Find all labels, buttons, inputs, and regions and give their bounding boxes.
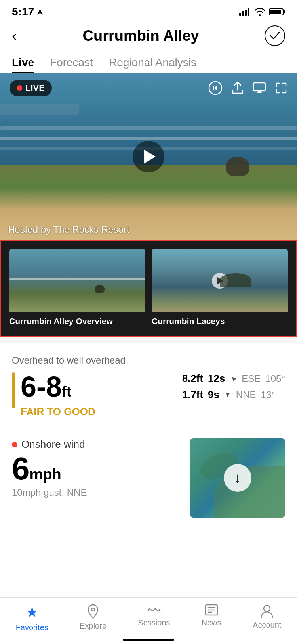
- wind-speed-value: 6: [12, 453, 30, 485]
- secondary-wave-period: 9s: [208, 389, 219, 401]
- bottom-nav: ★ Favorites Explore Sessions News: [0, 597, 297, 644]
- time-display: 5:17: [12, 6, 34, 18]
- nav-item-account[interactable]: Account: [253, 604, 281, 632]
- svg-rect-5: [284, 10, 285, 13]
- secondary-wave-arrow: ▼: [224, 391, 231, 399]
- wind-gust-label: 10mph gust, NNE: [12, 487, 87, 498]
- nav-item-news[interactable]: News: [202, 604, 221, 632]
- status-time: 5:17: [12, 6, 44, 18]
- svg-point-10: [91, 608, 95, 611]
- wind-info: Onshore wind 6 mph 10mph gust, NNE: [12, 438, 87, 498]
- nav-label-sessions: Sessions: [138, 618, 170, 627]
- svg-rect-6: [270, 10, 281, 14]
- wind-header: Onshore wind: [12, 438, 87, 450]
- wave-size-container: 6-8 ft FAIR TO GOOD: [12, 372, 95, 418]
- sessions-icon: [147, 604, 161, 616]
- news-icon: [205, 604, 218, 616]
- nav-label-account: Account: [253, 621, 281, 630]
- play-triangle: [144, 150, 156, 164]
- thumb-rock-1: [95, 285, 105, 293]
- wind-speed-row: 6 mph: [12, 453, 87, 485]
- onshore-dot: [12, 442, 17, 447]
- conditions-main: 6-8 ft FAIR TO GOOD 8.2ft 12s ▼ ESE 105°…: [12, 372, 285, 418]
- wave-details: 8.2ft 12s ▼ ESE 105° 1.7ft 9s ▼ NNE 13°: [182, 372, 285, 401]
- bottom-spacer: [0, 529, 297, 577]
- tabs-bar: Live Forecast Regional Analysis: [0, 52, 297, 73]
- wifi-icon: [254, 8, 265, 16]
- camera-thumb-2[interactable]: Currumbin Laceys: [152, 249, 288, 328]
- svg-point-17: [264, 605, 270, 611]
- wind-section: Onshore wind 6 mph 10mph gust, NNE ↓: [0, 430, 297, 529]
- favorites-star-icon: ★: [26, 604, 38, 621]
- nav-label-favorites: Favorites: [16, 623, 48, 632]
- cityscape-silhouette: [0, 104, 79, 115]
- secondary-wave-direction: NNE: [236, 389, 256, 401]
- svg-rect-2: [245, 10, 247, 16]
- video-player[interactable]: LIVE: [0, 73, 297, 240]
- wave-height-row: 6-8 ft: [21, 372, 95, 403]
- header: ‹ Currumbin Alley: [0, 21, 297, 52]
- tab-regional-analysis[interactable]: Regional Analysis: [109, 52, 196, 73]
- battery-icon: [269, 8, 285, 16]
- svg-point-12: [158, 609, 160, 611]
- rewind-icon[interactable]: [208, 81, 223, 95]
- airplay-icon[interactable]: [253, 82, 266, 94]
- status-icons: [239, 8, 285, 16]
- status-bar: 5:17: [0, 0, 297, 21]
- camera-thumb-1[interactable]: Currumbin Alley Overview: [9, 249, 145, 328]
- secondary-wave-height: 1.7ft: [182, 389, 203, 401]
- play-button[interactable]: [133, 141, 164, 172]
- wind-type-label: Onshore wind: [21, 438, 85, 450]
- video-overlay-top: LIVE: [0, 73, 297, 103]
- nav-label-explore: Explore: [80, 621, 107, 631]
- page-title: Currumbin Alley: [83, 27, 199, 44]
- nav-label-news: News: [202, 618, 221, 627]
- wind-speed-unit: mph: [30, 466, 61, 483]
- home-indicator: [123, 639, 174, 641]
- nav-item-explore[interactable]: Explore: [80, 604, 107, 632]
- back-button[interactable]: ‹: [12, 27, 17, 45]
- wind-direction-arrow: ↓: [234, 470, 241, 486]
- wind-arrow-circle: ↓: [224, 464, 251, 492]
- video-caption: Hosted by The Rocks Resort: [8, 224, 129, 235]
- tab-live[interactable]: Live: [12, 52, 34, 73]
- conditions-section: Overhead to well overhead 6-8 ft FAIR TO…: [0, 343, 297, 430]
- primary-wave-degrees: 105°: [265, 373, 285, 384]
- thumb-wave-1: [9, 278, 145, 280]
- live-dot: [17, 85, 22, 91]
- svg-rect-8: [213, 86, 214, 90]
- wind-map: ↓: [190, 438, 285, 518]
- explore-icon: [86, 604, 100, 619]
- svg-rect-3: [248, 8, 249, 16]
- tab-forecast[interactable]: Forecast: [50, 52, 93, 73]
- location-arrow-icon: [36, 8, 44, 15]
- wave-height-value: 6-8: [21, 372, 62, 401]
- camera-selector: Currumbin Alley Overview Currumbin Lacey…: [0, 240, 297, 337]
- conditions-subtitle: Overhead to well overhead: [12, 355, 285, 366]
- wave-unit: ft: [62, 383, 71, 400]
- camera-thumb-img-1: [9, 249, 145, 312]
- wave-quality-label: FAIR TO GOOD: [21, 406, 95, 418]
- wave-line-1: [0, 126, 297, 130]
- primary-wave-height: 8.2ft: [182, 372, 203, 385]
- camera-label-2: Currumbin Laceys: [152, 312, 288, 328]
- wave-size-text: 6-8 ft FAIR TO GOOD: [21, 372, 95, 418]
- svg-rect-9: [253, 83, 265, 91]
- rock-formation: [226, 157, 249, 176]
- video-controls: [208, 81, 287, 95]
- wave-line-2: [0, 137, 297, 140]
- nav-item-favorites[interactable]: ★ Favorites: [16, 604, 48, 632]
- live-badge: LIVE: [10, 80, 52, 96]
- thumb-island: [220, 273, 251, 287]
- secondary-wave-row: 1.7ft 9s ▼ NNE 13°: [182, 389, 275, 401]
- primary-wave-row: 8.2ft 12s ▼ ESE 105°: [182, 372, 285, 385]
- svg-rect-1: [242, 11, 244, 16]
- camera-thumb-img-2: [152, 249, 288, 312]
- camera-label-1: Currumbin Alley Overview: [9, 312, 145, 328]
- check-button[interactable]: [265, 25, 285, 46]
- svg-rect-0: [239, 13, 241, 16]
- svg-point-11: [147, 609, 149, 611]
- nav-item-sessions[interactable]: Sessions: [138, 604, 170, 632]
- share-icon[interactable]: [231, 81, 244, 95]
- expand-icon[interactable]: [275, 82, 287, 94]
